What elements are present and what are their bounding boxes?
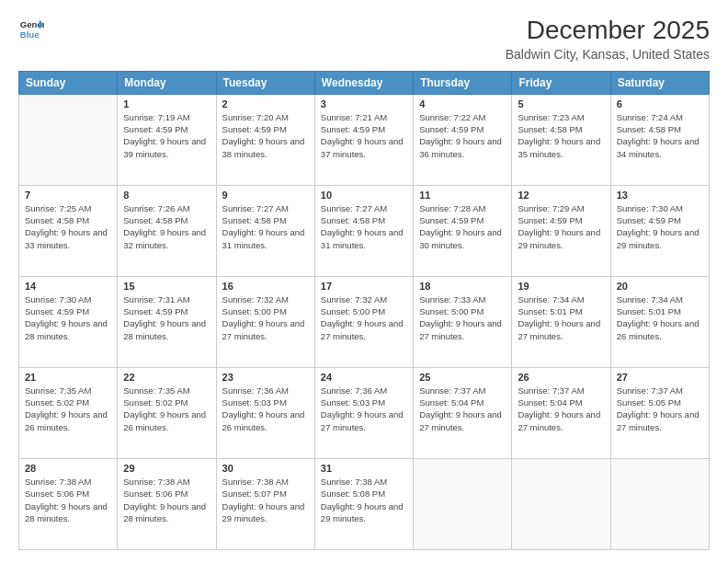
day-cell: 4Sunrise: 7:22 AM Sunset: 4:59 PM Daylig… xyxy=(414,94,512,185)
day-number: 10 xyxy=(321,190,407,201)
day-cell: 9Sunrise: 7:27 AM Sunset: 4:58 PM Daylig… xyxy=(216,185,314,276)
day-number: 2 xyxy=(222,98,309,109)
day-number: 9 xyxy=(222,190,309,201)
day-info: Sunrise: 7:30 AM Sunset: 4:59 PM Dayligh… xyxy=(25,293,111,342)
day-cell: 27Sunrise: 7:37 AM Sunset: 5:05 PM Dayli… xyxy=(610,367,709,458)
day-cell xyxy=(610,458,709,549)
day-cell: 23Sunrise: 7:36 AM Sunset: 5:03 PM Dayli… xyxy=(216,367,314,458)
day-info: Sunrise: 7:33 AM Sunset: 5:00 PM Dayligh… xyxy=(419,293,506,342)
day-info: Sunrise: 7:36 AM Sunset: 5:03 PM Dayligh… xyxy=(222,385,309,433)
day-info: Sunrise: 7:26 AM Sunset: 4:58 PM Dayligh… xyxy=(123,202,210,251)
calendar-header: SundayMondayTuesdayWednesdayThursdayFrid… xyxy=(19,71,710,94)
day-number: 8 xyxy=(123,190,210,201)
day-info: Sunrise: 7:32 AM Sunset: 5:00 PM Dayligh… xyxy=(222,293,309,342)
day-number: 21 xyxy=(25,372,111,383)
day-cell: 31Sunrise: 7:38 AM Sunset: 5:08 PM Dayli… xyxy=(314,458,413,549)
day-cell: 12Sunrise: 7:29 AM Sunset: 4:59 PM Dayli… xyxy=(512,185,610,276)
day-info: Sunrise: 7:25 AM Sunset: 4:58 PM Dayligh… xyxy=(25,202,111,251)
day-info: Sunrise: 7:27 AM Sunset: 4:58 PM Dayligh… xyxy=(222,202,309,251)
subtitle: Baldwin City, Kansas, United States xyxy=(506,47,710,62)
day-cell: 29Sunrise: 7:38 AM Sunset: 5:06 PM Dayli… xyxy=(118,458,216,549)
day-cell: 13Sunrise: 7:30 AM Sunset: 4:59 PM Dayli… xyxy=(610,185,709,276)
day-number: 3 xyxy=(321,98,407,109)
day-cell: 15Sunrise: 7:31 AM Sunset: 4:59 PM Dayli… xyxy=(118,276,216,367)
day-number: 24 xyxy=(321,372,407,383)
day-number: 25 xyxy=(419,372,506,383)
logo-icon: General Blue xyxy=(18,17,44,42)
day-cell xyxy=(19,94,118,185)
day-info: Sunrise: 7:32 AM Sunset: 5:00 PM Dayligh… xyxy=(321,293,407,342)
day-info: Sunrise: 7:23 AM Sunset: 4:58 PM Dayligh… xyxy=(518,111,604,160)
header-cell-tuesday: Tuesday xyxy=(216,71,314,94)
day-cell: 28Sunrise: 7:38 AM Sunset: 5:06 PM Dayli… xyxy=(19,458,118,549)
day-cell: 22Sunrise: 7:35 AM Sunset: 5:02 PM Dayli… xyxy=(118,367,216,458)
day-info: Sunrise: 7:35 AM Sunset: 5:02 PM Dayligh… xyxy=(25,385,111,433)
day-number: 1 xyxy=(123,98,210,109)
day-info: Sunrise: 7:36 AM Sunset: 5:03 PM Dayligh… xyxy=(321,385,407,433)
day-cell: 19Sunrise: 7:34 AM Sunset: 5:01 PM Dayli… xyxy=(512,276,610,367)
day-cell: 18Sunrise: 7:33 AM Sunset: 5:00 PM Dayli… xyxy=(414,276,512,367)
day-info: Sunrise: 7:38 AM Sunset: 5:07 PM Dayligh… xyxy=(222,476,309,524)
day-number: 7 xyxy=(25,190,111,201)
day-info: Sunrise: 7:38 AM Sunset: 5:06 PM Dayligh… xyxy=(25,476,111,524)
day-info: Sunrise: 7:37 AM Sunset: 5:04 PM Dayligh… xyxy=(419,385,506,433)
day-number: 20 xyxy=(617,281,703,292)
logo: General Blue General Blue xyxy=(18,17,44,42)
day-info: Sunrise: 7:38 AM Sunset: 5:08 PM Dayligh… xyxy=(321,476,407,524)
header-cell-friday: Friday xyxy=(512,71,610,94)
day-number: 17 xyxy=(321,281,407,292)
day-info: Sunrise: 7:37 AM Sunset: 5:04 PM Dayligh… xyxy=(518,385,604,433)
day-info: Sunrise: 7:29 AM Sunset: 4:59 PM Dayligh… xyxy=(518,202,604,251)
header-cell-monday: Monday xyxy=(118,71,216,94)
day-number: 14 xyxy=(25,281,111,292)
day-info: Sunrise: 7:28 AM Sunset: 4:59 PM Dayligh… xyxy=(419,202,506,251)
day-info: Sunrise: 7:34 AM Sunset: 5:01 PM Dayligh… xyxy=(617,293,703,342)
day-cell: 14Sunrise: 7:30 AM Sunset: 4:59 PM Dayli… xyxy=(19,276,118,367)
day-cell: 8Sunrise: 7:26 AM Sunset: 4:58 PM Daylig… xyxy=(118,185,216,276)
day-cell: 3Sunrise: 7:21 AM Sunset: 4:59 PM Daylig… xyxy=(314,94,413,185)
day-number: 28 xyxy=(25,463,111,474)
day-number: 15 xyxy=(123,281,210,292)
header-cell-thursday: Thursday xyxy=(414,71,512,94)
svg-text:Blue: Blue xyxy=(20,29,40,40)
week-row-3: 21Sunrise: 7:35 AM Sunset: 5:02 PM Dayli… xyxy=(19,367,710,458)
day-cell: 24Sunrise: 7:36 AM Sunset: 5:03 PM Dayli… xyxy=(314,367,413,458)
day-info: Sunrise: 7:30 AM Sunset: 4:59 PM Dayligh… xyxy=(617,202,703,251)
day-cell: 25Sunrise: 7:37 AM Sunset: 5:04 PM Dayli… xyxy=(414,367,512,458)
day-number: 26 xyxy=(518,372,604,383)
day-cell: 7Sunrise: 7:25 AM Sunset: 4:58 PM Daylig… xyxy=(19,185,118,276)
day-cell xyxy=(512,458,610,549)
day-info: Sunrise: 7:22 AM Sunset: 4:59 PM Dayligh… xyxy=(419,111,506,160)
day-number: 27 xyxy=(617,372,703,383)
header-cell-sunday: Sunday xyxy=(19,71,118,94)
day-cell: 5Sunrise: 7:23 AM Sunset: 4:58 PM Daylig… xyxy=(512,94,610,185)
day-cell: 11Sunrise: 7:28 AM Sunset: 4:59 PM Dayli… xyxy=(414,185,512,276)
day-cell: 30Sunrise: 7:38 AM Sunset: 5:07 PM Dayli… xyxy=(216,458,314,549)
day-info: Sunrise: 7:31 AM Sunset: 4:59 PM Dayligh… xyxy=(123,293,210,342)
header: General Blue General Blue December 2025 … xyxy=(18,17,710,62)
day-number: 30 xyxy=(222,463,309,474)
day-info: Sunrise: 7:38 AM Sunset: 5:06 PM Dayligh… xyxy=(123,476,210,524)
day-cell: 1Sunrise: 7:19 AM Sunset: 4:59 PM Daylig… xyxy=(118,94,216,185)
day-info: Sunrise: 7:34 AM Sunset: 5:01 PM Dayligh… xyxy=(518,293,604,342)
day-number: 16 xyxy=(222,281,309,292)
day-cell: 26Sunrise: 7:37 AM Sunset: 5:04 PM Dayli… xyxy=(512,367,610,458)
day-number: 22 xyxy=(123,372,210,383)
day-number: 31 xyxy=(321,463,407,474)
day-cell: 10Sunrise: 7:27 AM Sunset: 4:58 PM Dayli… xyxy=(314,185,413,276)
day-cell: 2Sunrise: 7:20 AM Sunset: 4:59 PM Daylig… xyxy=(216,94,314,185)
day-number: 4 xyxy=(419,98,506,109)
day-cell: 20Sunrise: 7:34 AM Sunset: 5:01 PM Dayli… xyxy=(610,276,709,367)
day-info: Sunrise: 7:20 AM Sunset: 4:59 PM Dayligh… xyxy=(222,111,309,160)
day-number: 11 xyxy=(419,190,506,201)
day-info: Sunrise: 7:27 AM Sunset: 4:58 PM Dayligh… xyxy=(321,202,407,251)
header-cell-wednesday: Wednesday xyxy=(314,71,413,94)
day-cell: 17Sunrise: 7:32 AM Sunset: 5:00 PM Dayli… xyxy=(314,276,413,367)
header-cell-saturday: Saturday xyxy=(610,71,709,94)
day-info: Sunrise: 7:24 AM Sunset: 4:58 PM Dayligh… xyxy=(617,111,703,160)
calendar-body: 1Sunrise: 7:19 AM Sunset: 4:59 PM Daylig… xyxy=(19,94,710,549)
day-info: Sunrise: 7:35 AM Sunset: 5:02 PM Dayligh… xyxy=(123,385,210,433)
day-number: 5 xyxy=(518,98,604,109)
day-cell: 6Sunrise: 7:24 AM Sunset: 4:58 PM Daylig… xyxy=(610,94,709,185)
day-number: 12 xyxy=(518,190,604,201)
